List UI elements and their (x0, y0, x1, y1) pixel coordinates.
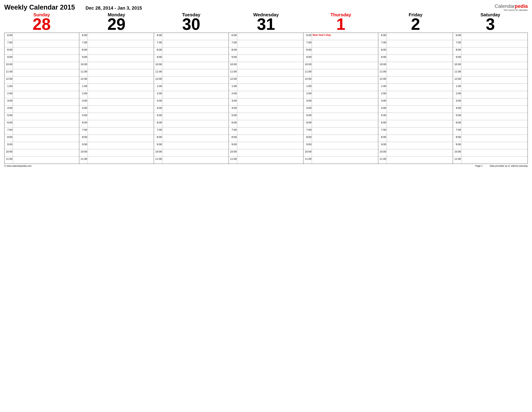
time-label: 11:00 (4, 69, 13, 76)
brand-part1: Calendar (494, 3, 515, 9)
day-column: Friday2 (378, 12, 453, 32)
event-area (13, 157, 79, 164)
grid-cell: 9:00 (154, 55, 228, 62)
grid-row: 2:002:002:002:002:002:002:00 (4, 91, 528, 98)
time-label: 10:00 (378, 149, 387, 156)
time-label: 8:00 (4, 135, 13, 142)
time-label: 12:00 (4, 77, 13, 84)
grid-cell: 8:00 (228, 135, 304, 142)
time-label: 9:00 (4, 55, 13, 62)
grid-cell: 9:00 (228, 142, 304, 149)
time-label: 7:00 (453, 40, 461, 47)
day-number: 3 (453, 17, 528, 32)
grid-cell: 11:00 (228, 157, 304, 164)
time-label: 12:00 (79, 77, 88, 84)
event-area (237, 128, 304, 135)
grid-row: 10:0010:0010:0010:0010:0010:0010:00 (4, 62, 528, 69)
event-area (237, 33, 304, 40)
event-area (312, 120, 378, 127)
event-area (88, 106, 154, 113)
time-label: 11:00 (79, 69, 88, 76)
time-label: 7:00 (453, 128, 461, 135)
time-label: 6:00 (79, 33, 88, 40)
time-label: 4:00 (378, 106, 387, 113)
grid-cell: 9:00 (4, 55, 79, 62)
event-area (13, 98, 79, 106)
grid-cell: 10:00 (453, 149, 528, 156)
time-label: 7:00 (4, 128, 13, 135)
grid-cell: 3:00 (378, 98, 453, 106)
time-label: 5:00 (378, 113, 387, 120)
grid-cell: 10:00 (378, 149, 453, 156)
time-label: 3:00 (229, 98, 237, 106)
grid-cell: 6:00 (453, 33, 528, 40)
event-area (162, 77, 228, 84)
event-area (461, 77, 528, 84)
time-label: 5:00 (79, 113, 88, 120)
grid-cell: 7:00 (4, 128, 79, 135)
grid-cell: 12:00 (303, 77, 378, 84)
event-area (461, 128, 528, 135)
event-area (461, 142, 528, 149)
grid-cell: 10:00 (303, 62, 378, 69)
grid-cell: 6:00 (453, 120, 528, 127)
event-area (88, 69, 154, 76)
time-label: 11:00 (304, 69, 312, 76)
time-label: 11:00 (304, 157, 312, 164)
event-area (237, 55, 304, 62)
event-area (387, 128, 453, 135)
grid-cell: 6:00New Year's Day (303, 33, 378, 40)
time-label: 9:00 (378, 55, 387, 62)
event-area (461, 135, 528, 142)
grid-row: 7:007:007:007:007:007:007:00 (4, 40, 528, 47)
grid-cell: 7:00 (228, 128, 304, 135)
date-range: Dec 28, 2014 - Jan 3, 2015 (86, 5, 142, 11)
grid-cell: 11:00 (4, 69, 79, 76)
grid-cell: 5:00 (79, 113, 154, 120)
time-label: 4:00 (79, 106, 88, 113)
footer-right: Page 1 Data provided 'as is' without war… (475, 165, 528, 167)
event-area (162, 40, 228, 47)
grid-cell: 4:00 (4, 106, 79, 113)
grid-cell: 5:00 (154, 113, 228, 120)
day-number: 30 (154, 17, 228, 32)
grid-cell: 7:00 (378, 40, 453, 47)
event-area (88, 33, 154, 40)
event-area (237, 47, 304, 55)
grid-cell: 10:00 (4, 62, 79, 69)
grid-cell: 2:00 (154, 91, 228, 98)
grid-cell: 6:00 (228, 33, 304, 40)
grid-cell: 11:00 (303, 69, 378, 76)
time-label: 7:00 (154, 128, 162, 135)
event-area (387, 135, 453, 142)
grid-cell: 1:00 (303, 84, 378, 91)
event-area: New Year's Day (312, 33, 378, 40)
time-label: 4:00 (4, 106, 13, 113)
time-label: 10:00 (453, 62, 461, 69)
grid-row: 6:006:006:006:006:006:006:00 (4, 120, 528, 127)
grid-cell: 2:00 (453, 91, 528, 98)
time-label: 12:00 (378, 77, 387, 84)
grid-cell: 11:00 (453, 69, 528, 76)
grid-cell: 10:00 (79, 149, 154, 156)
event-area (237, 62, 304, 69)
time-label: 10:00 (304, 62, 312, 69)
time-label: 12:00 (154, 77, 162, 84)
time-label: 8:00 (154, 47, 162, 55)
grid-cell: 9:00 (378, 142, 453, 149)
grid-cell: 8:00 (453, 47, 528, 55)
time-label: 7:00 (229, 40, 237, 47)
event-area (88, 128, 154, 135)
time-label: 3:00 (453, 98, 461, 106)
grid-cell: 7:00 (303, 128, 378, 135)
event-area (312, 98, 378, 106)
time-label: 7:00 (304, 40, 312, 47)
footer: © www.calendarpedia.com Page 1 Data prov… (4, 165, 528, 167)
header: Weekly Calendar 2015 Dec 28, 2014 - Jan … (4, 4, 528, 11)
event-area (13, 91, 79, 98)
time-label: 7:00 (79, 128, 88, 135)
grid-cell: 7:00 (228, 40, 304, 47)
grid-cell: 9:00 (453, 55, 528, 62)
grid-cell: 5:00 (228, 113, 304, 120)
event-area (387, 106, 453, 113)
